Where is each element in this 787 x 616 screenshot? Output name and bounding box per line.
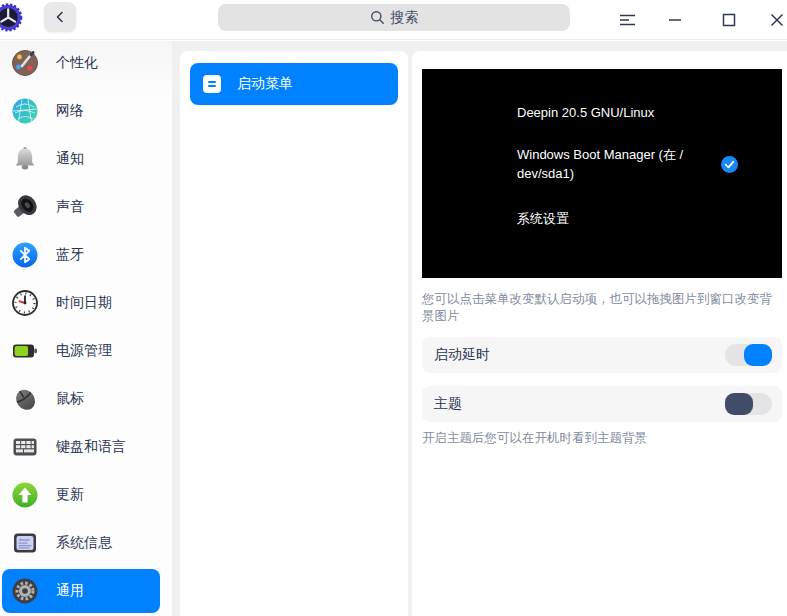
update-icon <box>10 480 40 510</box>
keyboard-icon <box>10 432 40 462</box>
sidebar-item-label: 系统信息 <box>56 534 112 552</box>
sidebar-item-label: 声音 <box>56 198 84 216</box>
boot-entry-windows[interactable]: Windows Boot Manager (在 / dev/sda1) <box>517 146 782 184</box>
sidebar-item-keyboard[interactable]: 键盘和语言 <box>2 425 160 469</box>
sidebar-item-update[interactable]: 更新 <box>2 473 160 517</box>
back-button[interactable] <box>44 2 76 32</box>
svg-text:deepin: deepin <box>19 538 30 542</box>
boot-menu-settings-panel: Deepin 20.5 GNU/Linux Windows Boot Manag… <box>412 51 787 616</box>
mouse-icon <box>10 384 40 414</box>
sidebar-item-label: 电源管理 <box>56 342 112 360</box>
sidebar-item-label: 个性化 <box>56 54 98 72</box>
search-input[interactable]: 搜索 <box>218 4 570 31</box>
maximize-icon <box>721 12 737 28</box>
sidebar-item-label: 网络 <box>56 102 84 120</box>
sidebar-item-system-info[interactable]: deepin 系统信息 <box>2 521 160 565</box>
search-placeholder: 搜索 <box>391 9 419 27</box>
sidebar-item-label: 通用 <box>56 582 84 600</box>
selected-check-icon <box>721 156 738 173</box>
system-info-icon: deepin <box>10 528 40 558</box>
boot-menu-hint: 您可以点击菜单改变默认启动项，也可以拖拽图片到窗口改变背景图片 <box>422 291 782 325</box>
bell-icon <box>10 144 40 174</box>
app-logo-icon <box>0 2 27 33</box>
theme-toggle[interactable] <box>725 393 772 415</box>
window-body: 个性化 网络 <box>0 41 787 616</box>
search-icon <box>370 10 385 25</box>
boot-delay-row: 启动延时 <box>422 337 782 373</box>
boot-entry-label: Windows Boot Manager (在 / dev/sda1) <box>517 146 709 184</box>
theme-row: 主题 <box>422 386 782 422</box>
nav-item-boot-menu[interactable]: 启动菜单 <box>190 63 398 105</box>
minimize-button[interactable] <box>662 7 688 33</box>
maximize-button[interactable] <box>716 7 742 33</box>
boot-entry-deepin[interactable]: Deepin 20.5 GNU/Linux <box>517 105 782 120</box>
toggle-knob <box>725 393 753 415</box>
hamburger-menu-icon <box>619 13 636 27</box>
clock-icon <box>10 288 40 318</box>
boot-delay-toggle[interactable] <box>725 344 772 366</box>
personalization-icon <box>10 48 40 78</box>
boot-entry-label: 系统设置 <box>517 211 569 226</box>
control-center-window: 搜索 <box>0 0 787 616</box>
sidebar-item-label: 更新 <box>56 486 84 504</box>
close-button[interactable] <box>764 7 787 33</box>
sidebar-item-sound[interactable]: 声音 <box>2 185 160 229</box>
window-menu-button[interactable] <box>614 7 640 33</box>
network-icon <box>10 96 40 126</box>
toggle-knob <box>744 344 772 366</box>
sidebar: 个性化 网络 <box>0 41 172 616</box>
sidebar-item-label: 蓝牙 <box>56 246 84 264</box>
sidebar-item-network[interactable]: 网络 <box>2 89 160 133</box>
sidebar-item-datetime[interactable]: 时间日期 <box>2 281 160 325</box>
sidebar-item-notification[interactable]: 通知 <box>2 137 160 181</box>
sidebar-item-power[interactable]: 电源管理 <box>2 329 160 373</box>
sidebar-item-label: 通知 <box>56 150 84 168</box>
bluetooth-icon <box>10 240 40 270</box>
nav-item-label: 启动菜单 <box>237 75 293 93</box>
sidebar-item-mouse[interactable]: 鼠标 <box>2 377 160 421</box>
boot-menu-icon <box>203 75 221 93</box>
close-icon <box>769 12 785 28</box>
theme-hint: 开启主题后您可以在开机时看到主题背景 <box>422 430 782 447</box>
sidebar-item-label: 鼠标 <box>56 390 84 408</box>
sidebar-item-personalization[interactable]: 个性化 <box>2 41 160 85</box>
boot-menu-preview[interactable]: Deepin 20.5 GNU/Linux Windows Boot Manag… <box>422 69 782 278</box>
sidebar-item-general[interactable]: 通用 <box>2 569 160 613</box>
sidebar-item-label: 时间日期 <box>56 294 112 312</box>
speaker-icon <box>10 192 40 222</box>
boot-entry-settings[interactable]: 系统设置 <box>517 210 782 228</box>
theme-label: 主题 <box>434 395 462 413</box>
boot-delay-label: 启动延时 <box>434 346 490 364</box>
sidebar-item-label: 键盘和语言 <box>56 438 126 456</box>
chevron-left-icon <box>53 10 67 24</box>
minimize-icon <box>667 12 683 28</box>
section-nav-panel: 启动菜单 <box>180 51 408 616</box>
sidebar-item-bluetooth[interactable]: 蓝牙 <box>2 233 160 277</box>
battery-icon <box>10 336 40 366</box>
titlebar: 搜索 <box>0 0 787 40</box>
boot-entry-label: Deepin 20.5 GNU/Linux <box>517 105 654 120</box>
gear-icon <box>10 576 40 606</box>
